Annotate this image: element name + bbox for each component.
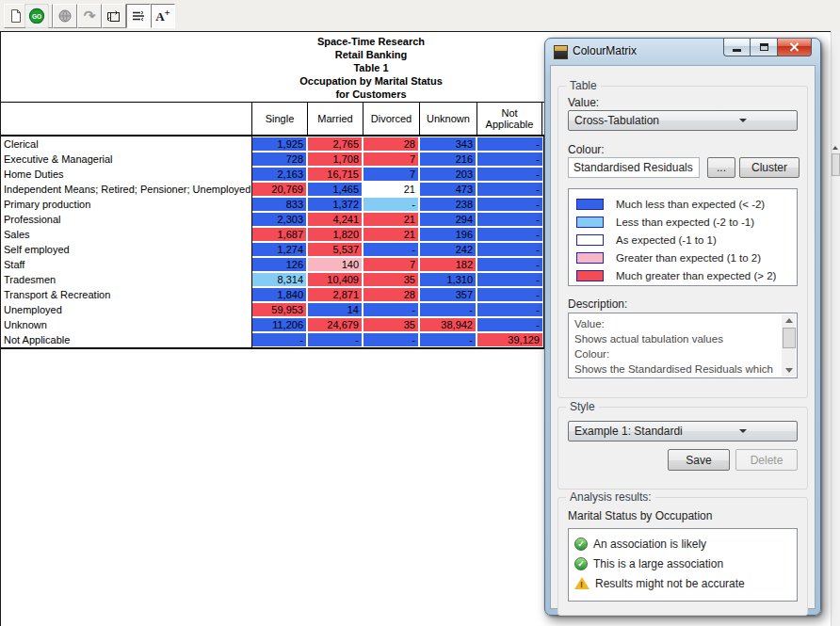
table-cell[interactable]: - (477, 136, 542, 152)
table-cell[interactable]: 1,820 (308, 227, 363, 242)
table-cell[interactable]: - (477, 272, 542, 287)
table-cell[interactable]: - (477, 287, 542, 302)
table-cell[interactable]: - (477, 317, 542, 332)
close-button[interactable] (777, 39, 812, 56)
table-cell[interactable]: 203 (420, 167, 477, 182)
description-scrollbar[interactable] (782, 314, 796, 377)
table-cell[interactable]: - (477, 197, 542, 212)
table-cell[interactable]: - (477, 152, 542, 167)
table-cell[interactable]: 728 (252, 152, 308, 167)
table-cell[interactable]: 216 (420, 152, 477, 167)
table-cell[interactable]: 2,303 (252, 212, 308, 227)
table-cell[interactable]: 140 (308, 257, 363, 272)
table-cell[interactable]: - (363, 197, 420, 212)
table-cell[interactable]: 126 (252, 257, 308, 272)
table-cell[interactable]: 294 (420, 212, 477, 227)
table-cell[interactable]: 2,163 (252, 167, 308, 182)
row-label[interactable]: Professional (1, 212, 252, 227)
table-cell[interactable]: 473 (420, 182, 477, 197)
vertical-scrollbar[interactable] (831, 31, 840, 626)
table-cell[interactable]: 242 (420, 242, 477, 257)
table-cell[interactable]: 1,372 (308, 197, 363, 212)
table-cell[interactable]: 35 (363, 317, 420, 332)
row-label[interactable]: Self employed (1, 242, 252, 257)
maximize-button[interactable] (751, 39, 777, 56)
table-cell[interactable]: 2,871 (308, 287, 363, 302)
table-cell[interactable]: 28 (363, 136, 420, 152)
field-order-button[interactable] (126, 4, 151, 28)
delete-button[interactable]: Delete (735, 449, 798, 471)
table-cell[interactable]: 10,409 (308, 272, 363, 287)
colour-input[interactable] (568, 157, 700, 178)
table-cell[interactable]: - (477, 257, 542, 272)
table-cell[interactable]: 357 (420, 287, 477, 302)
table-cell[interactable]: 59,953 (252, 302, 308, 317)
table-cell[interactable]: 28 (363, 287, 420, 302)
table-cell[interactable]: 196 (420, 227, 477, 242)
row-label[interactable]: Staff (1, 257, 252, 272)
column-header-not-applicable[interactable]: Not Applicable (477, 103, 542, 135)
scroll-up-arrow-icon[interactable] (832, 146, 838, 150)
table-cell[interactable]: 7 (363, 257, 420, 272)
table-cell[interactable]: - (308, 332, 363, 347)
table-cell[interactable]: 8,314 (252, 272, 308, 287)
table-cell[interactable]: 21 (363, 227, 420, 242)
font-size-button[interactable]: A+ (151, 4, 175, 28)
table-cell[interactable]: 238 (420, 197, 477, 212)
table-cell[interactable]: - (477, 167, 542, 182)
row-label[interactable]: Unemployed (1, 302, 252, 317)
table-cell[interactable]: 24,679 (308, 317, 363, 332)
table-cell[interactable]: 1,687 (252, 227, 308, 242)
row-label[interactable]: Not Applicable (1, 332, 252, 347)
table-cell[interactable]: - (363, 242, 420, 257)
table-cell[interactable]: - (420, 332, 477, 347)
row-label[interactable]: Independent Means; Retired; Pensioner; U… (1, 182, 252, 197)
row-label[interactable]: Transport & Recreation (1, 287, 252, 302)
table-cell[interactable]: 7 (363, 167, 420, 182)
minimize-button[interactable] (723, 39, 751, 56)
row-label[interactable]: Unknown (1, 317, 252, 332)
table-cell[interactable]: - (477, 242, 542, 257)
table-cell[interactable]: 1,708 (308, 152, 363, 167)
table-cell[interactable]: 182 (420, 257, 477, 272)
table-cell[interactable]: 16,715 (308, 167, 363, 182)
row-label[interactable]: Executive & Managerial (1, 152, 252, 167)
scrollbar-thumb[interactable] (832, 153, 840, 176)
row-label[interactable]: Tradesmen (1, 272, 252, 287)
table-cell[interactable]: - (477, 227, 542, 242)
browse-colour-button[interactable]: ... (707, 157, 735, 178)
table-cell[interactable]: - (477, 212, 542, 227)
table-cell[interactable]: 11,206 (252, 317, 308, 332)
table-cell[interactable]: 38,942 (420, 317, 477, 332)
table-cell[interactable]: 1,465 (308, 182, 363, 197)
style-dropdown[interactable]: Example 1: Standardised Residuals (568, 421, 798, 441)
transpose-button[interactable] (102, 4, 126, 28)
table-cell[interactable]: 343 (420, 136, 477, 152)
table-cell[interactable]: - (363, 332, 420, 347)
scrollbar-thumb[interactable] (783, 328, 796, 348)
column-header-unknown[interactable]: Unknown (420, 103, 477, 135)
table-cell[interactable]: 1,925 (252, 136, 308, 152)
table-cell[interactable]: 1,840 (252, 287, 308, 302)
table-cell[interactable]: 2,765 (308, 136, 363, 152)
column-header-married[interactable]: Married (308, 103, 363, 135)
value-dropdown[interactable]: Cross-Tabulation (568, 110, 798, 131)
scroll-up-arrow-icon[interactable] (785, 318, 793, 323)
row-label[interactable]: Clerical (1, 136, 252, 152)
column-header-single[interactable]: Single (252, 103, 308, 135)
table-cell[interactable]: - (477, 302, 542, 317)
table-cell[interactable]: 1,310 (420, 272, 477, 287)
row-label[interactable]: Home Duties (1, 167, 252, 182)
table-cell[interactable]: 1,274 (252, 242, 308, 257)
table-cell[interactable]: - (363, 302, 420, 317)
table-cell[interactable]: - (420, 302, 477, 317)
dialog-titlebar[interactable]: ColourMatrix (545, 39, 820, 64)
cluster-button[interactable]: Cluster (739, 157, 800, 178)
go-button[interactable]: GO (24, 4, 49, 28)
scroll-down-arrow-icon[interactable] (785, 368, 793, 373)
table-cell[interactable]: 7 (363, 152, 420, 167)
row-label[interactable]: Primary production (1, 197, 252, 212)
save-button[interactable]: Save (668, 449, 730, 471)
table-cell[interactable]: 833 (252, 197, 308, 212)
table-cell[interactable]: 35 (363, 272, 420, 287)
